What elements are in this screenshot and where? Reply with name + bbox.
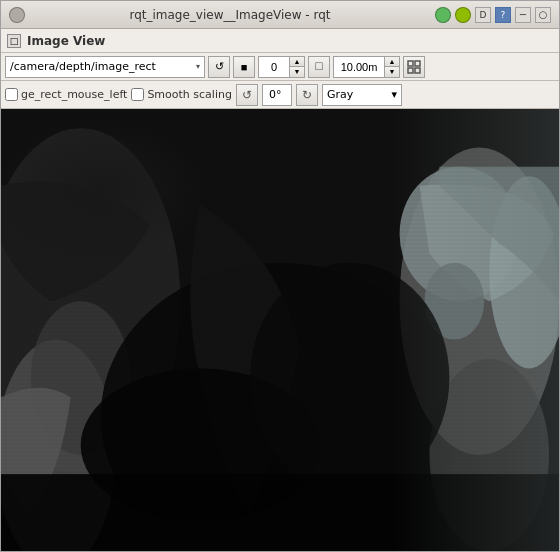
svg-point-5 <box>1 128 180 474</box>
refresh-icon: ↺ <box>215 60 224 73</box>
svg-point-10 <box>400 167 520 302</box>
svg-rect-3 <box>415 68 420 73</box>
svg-point-12 <box>424 263 484 340</box>
main-window: rqt_image_view__ImageView - rqt D ? − ○ … <box>0 0 560 552</box>
svg-rect-1 <box>415 61 420 66</box>
menubar: □ Image View <box>1 29 559 53</box>
rotation-display: 0° <box>262 84 292 106</box>
smooth-scaling-group: Smooth scaling <box>131 88 232 101</box>
rotation-cw-button[interactable]: ↻ <box>296 84 318 106</box>
titlebar: rqt_image_view__ImageView - rqt D ? − ○ <box>1 1 559 29</box>
colormap-value: Gray <box>327 88 353 101</box>
toolbar-row1: /camera/depth/image_rect ▾ ↺ ■ ▲ ▼ ☐ ▲ ▼ <box>1 53 559 81</box>
rotation-value: 0° <box>269 88 282 101</box>
scale-input[interactable] <box>334 57 384 77</box>
mouse-left-group: ge_rect_mouse_left <box>5 88 127 101</box>
svg-point-9 <box>400 147 559 454</box>
topic-value: /camera/depth/image_rect <box>10 60 156 73</box>
chevron-down-icon: ▾ <box>391 88 397 101</box>
svg-point-14 <box>81 368 320 522</box>
svg-rect-2 <box>408 68 413 73</box>
titlebar-controls <box>9 7 25 23</box>
zoom-input[interactable] <box>259 57 289 77</box>
svg-point-11 <box>489 176 559 368</box>
image-area <box>1 109 559 551</box>
plugin-icon: □ <box>7 34 21 48</box>
mouse-left-label[interactable]: ge_rect_mouse_left <box>21 88 127 101</box>
zoom-up-button[interactable]: ▲ <box>290 57 304 67</box>
rotation-cw-icon: ↻ <box>302 88 312 102</box>
scale-down-button[interactable]: ▼ <box>385 67 399 77</box>
topic-dropdown[interactable]: /camera/depth/image_rect ▾ <box>5 56 205 78</box>
svg-point-15 <box>250 263 449 494</box>
detach-button[interactable]: D <box>475 7 491 23</box>
svg-point-7 <box>31 301 131 455</box>
refresh-button[interactable]: ↺ <box>208 56 230 78</box>
smooth-scaling-label[interactable]: Smooth scaling <box>147 88 232 101</box>
zoom-down-button[interactable]: ▼ <box>290 67 304 77</box>
chevron-down-icon: ▾ <box>196 62 200 71</box>
fit-button[interactable] <box>403 56 425 78</box>
close-button[interactable]: ○ <box>535 7 551 23</box>
window-title: rqt_image_view__ImageView - rqt <box>25 8 435 22</box>
scale-spin-buttons: ▲ ▼ <box>384 57 399 77</box>
help-button[interactable]: ? <box>495 7 511 23</box>
svg-rect-4 <box>1 109 559 551</box>
zoom-checkbox[interactable]: ☐ <box>308 56 330 78</box>
zoom-spinbox: ▲ ▼ <box>258 56 305 78</box>
svg-rect-0 <box>408 61 413 66</box>
zoom-spin-buttons: ▲ ▼ <box>289 57 304 77</box>
svg-point-13 <box>429 359 549 551</box>
rotation-reset-button[interactable]: ↺ <box>236 84 258 106</box>
svg-point-8 <box>101 263 460 551</box>
depth-image <box>1 109 559 551</box>
rotation-reset-icon: ↺ <box>242 88 252 102</box>
status-green-icon <box>435 7 451 23</box>
minimize-button[interactable]: − <box>515 7 531 23</box>
record-button[interactable]: ■ <box>233 56 255 78</box>
status-olive-icon <box>455 7 471 23</box>
svg-rect-16 <box>1 474 559 551</box>
record-icon: ■ <box>241 61 248 73</box>
mouse-left-checkbox[interactable] <box>5 88 18 101</box>
smooth-scaling-checkbox[interactable] <box>131 88 144 101</box>
scale-up-button[interactable]: ▲ <box>385 57 399 67</box>
toolbar-row2: ge_rect_mouse_left Smooth scaling ↺ 0° ↻… <box>1 81 559 109</box>
colormap-dropdown[interactable]: Gray ▾ <box>322 84 402 106</box>
scale-spinbox: ▲ ▼ <box>333 56 400 78</box>
titlebar-right-controls: D ? − ○ <box>435 7 551 23</box>
close-icon[interactable] <box>9 7 25 23</box>
svg-point-6 <box>1 340 116 551</box>
depth-svg <box>1 109 559 551</box>
fit-icon <box>407 60 421 74</box>
plugin-label: Image View <box>27 34 105 48</box>
